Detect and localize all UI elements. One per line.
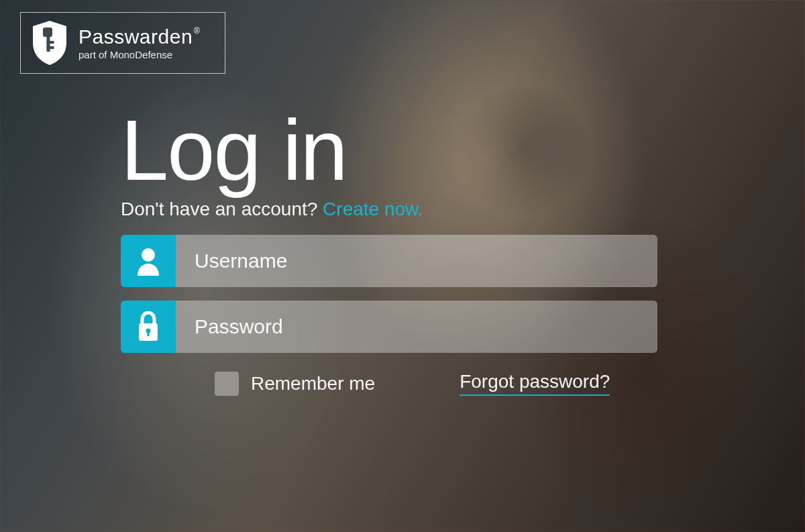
helper-row: Remember me Forgot password? [121,372,657,396]
page-title: Log in [121,107,657,193]
brand-text: Passwarden part of MonoDefense [78,25,193,60]
person-icon [135,246,162,276]
svg-rect-7 [147,331,149,336]
svg-rect-2 [47,41,54,44]
shield-key-icon [30,19,69,66]
password-input[interactable] [176,301,657,353]
username-row [121,235,657,287]
forgot-password-link[interactable]: Forgot password? [460,372,610,396]
svg-rect-0 [43,28,52,37]
remember-me-checkbox[interactable] [215,372,239,396]
brand-tagline: part of MonoDefense [78,49,193,60]
signup-prompt: Don't have an account? Create now. [121,199,657,220]
remember-me-label[interactable]: Remember me [251,373,375,394]
username-icon-box [121,235,176,287]
login-form: Log in Don't have an account? Create now… [121,107,657,396]
lock-icon [136,311,160,342]
password-icon-box [121,301,176,353]
no-account-text: Don't have an account? [121,199,323,219]
password-row [121,301,657,353]
svg-point-4 [142,248,155,262]
username-input[interactable] [176,235,657,287]
brand-logo-box: Passwarden part of MonoDefense [20,12,225,74]
create-account-link[interactable]: Create now. [323,199,423,219]
svg-rect-3 [47,46,54,49]
brand-name: Passwarden [78,25,193,48]
